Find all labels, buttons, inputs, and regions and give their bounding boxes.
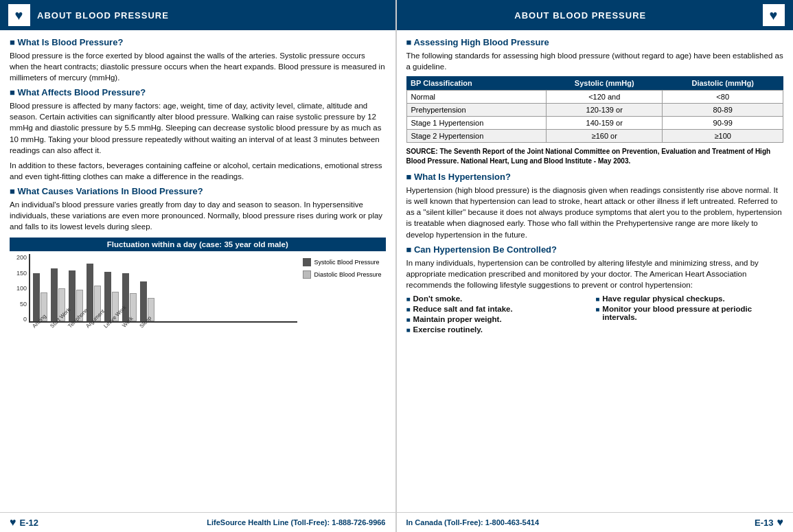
section-hypertension: What Is Hypertension? Hypertension (high…: [406, 172, 784, 240]
section-variations-bp: What Causes Variations In Blood Pressure…: [10, 186, 386, 232]
chart-title: Fluctuation within a day (case: 35 year …: [10, 238, 386, 251]
heart-glyph-right: ♥: [770, 8, 779, 23]
table-header-systolic: Systolic (mmHg): [547, 76, 663, 91]
body-assessing-bp-intro: The following standards for assessing hi…: [406, 50, 784, 72]
bullet-item: Maintain proper weight.: [406, 315, 595, 323]
legend-label-systolic: Systolic Blood Pressure: [314, 259, 379, 266]
section-title-variations-bp: What Causes Variations In Blood Pressure…: [10, 186, 386, 196]
table-cell-r3-c1: ≥160 or: [547, 130, 663, 143]
section-title-controlled: Can Hypertension Be Controlled?: [406, 244, 784, 255]
left-footer-phone: LifeSource Health Line (Toll-Free): 1-88…: [207, 518, 385, 527]
bullet-item: Have regular physical checkups.: [595, 294, 783, 303]
legend-box-diastolic: [303, 270, 311, 279]
heart-glyph: ♥: [15, 8, 24, 23]
heart-footer-right: ♥: [777, 516, 784, 529]
right-footer: In Canada (Toll-Free): 1-800-463-5414 E-…: [397, 512, 794, 532]
heart-icon-left: ♥: [8, 4, 30, 26]
bullet-item: Don't smoke.: [406, 294, 595, 303]
y-label-150: 150: [16, 270, 27, 277]
bullet-item: Exercise routinely.: [406, 325, 595, 334]
right-content: Assessing High Blood Pressure The follow…: [397, 30, 794, 512]
bar-systolic: [69, 270, 76, 321]
legend-systolic: Systolic Blood Pressure: [303, 258, 381, 266]
right-header: ABOUT BLOOD PRESSURE ♥: [397, 0, 794, 30]
table-cell-r2-c0: Stage 1 Hypertension: [406, 117, 547, 130]
table-cell-r0-c2: <80: [663, 91, 783, 104]
table-cell-r2-c1: 140-159 or: [547, 117, 663, 130]
heart-footer-left: ♥: [10, 516, 16, 529]
legend-label-diastolic: Diastolic Blood Pressure: [314, 271, 381, 278]
body-what-affects-bp-2: In addition to these factors, beverages …: [10, 160, 386, 182]
section-title-what-is-bp: What Is Blood Pressure?: [10, 37, 386, 47]
y-label-200: 200: [16, 254, 27, 261]
legend-diastolic: Diastolic Blood Pressure: [303, 270, 381, 279]
table-cell-r0-c1: <120 and: [547, 91, 663, 104]
table-cell-r0-c0: Normal: [406, 91, 547, 104]
bullets-col2: Have regular physical checkups.Monitor y…: [595, 294, 783, 334]
legend-box-systolic: [303, 258, 311, 266]
right-header-title: ABOUT BLOOD PRESSURE: [405, 10, 757, 21]
section-assessing-bp: Assessing High Blood Pressure The follow…: [406, 37, 784, 72]
body-controlled: In many individuals, hypertension can be…: [406, 257, 784, 290]
bar-systolic: [104, 272, 111, 321]
y-label-50: 50: [20, 301, 27, 308]
section-what-affects-bp: What Affects Blood Pressure? Blood press…: [10, 87, 386, 182]
page-right: ABOUT BLOOD PRESSURE ♥ Assessing High Bl…: [397, 0, 794, 532]
body-what-is-bp: Blood pressure is the force exerted by b…: [10, 50, 386, 83]
body-variations-bp: An individual's blood pressure varies gr…: [10, 199, 386, 232]
y-label-100: 100: [16, 285, 27, 292]
chart-section: Fluctuation within a day (case: 35 year …: [10, 238, 386, 351]
body-what-affects-bp: Blood pressure is affected by many facto…: [10, 100, 386, 155]
bullets-col1: Don't smoke.Reduce salt and fat intake.M…: [406, 294, 595, 334]
source-text: SOURCE: The Seventh Report of the Joint …: [406, 147, 784, 166]
section-title-hypertension: What Is Hypertension?: [406, 172, 784, 182]
left-header-title: ABOUT BLOOD PRESSURE: [37, 10, 169, 21]
left-header: ♥ ABOUT BLOOD PRESSURE: [0, 0, 395, 30]
right-footer-phone: In Canada (Toll-Free): 1-800-463-5414: [406, 518, 540, 527]
left-page-label: E-12: [20, 518, 38, 528]
bullet-item: Reduce salt and fat intake.: [406, 305, 595, 313]
right-page-num: E-13 ♥: [755, 516, 783, 529]
left-page-num: ♥ E-12: [10, 516, 38, 529]
table-header-classification: BP Classification: [406, 76, 547, 91]
section-title-assessing-bp: Assessing High Blood Pressure: [406, 37, 784, 47]
table-cell-r2-c2: 90-99: [663, 117, 783, 130]
heart-icon-right: ♥: [763, 4, 785, 26]
bullet-item: Monitor your blood pressure at periodic …: [595, 305, 783, 321]
left-footer: ♥ E-12 LifeSource Health Line (Toll-Free…: [0, 512, 395, 532]
right-page-label: E-13: [755, 518, 773, 528]
table-cell-r3-c2: ≥100: [663, 130, 783, 143]
body-hypertension: Hypertension (high blood pressure) is th…: [406, 185, 784, 240]
table-header-diastolic: Diastolic (mmHg): [663, 76, 783, 91]
table-cell-r1-c0: Prehypertension: [406, 104, 547, 117]
left-content: What Is Blood Pressure? Blood pressure i…: [0, 30, 395, 512]
section-controlled: Can Hypertension Be Controlled? In many …: [406, 244, 784, 290]
section-title-what-affects-bp: What Affects Blood Pressure?: [10, 87, 386, 97]
section-what-is-bp: What Is Blood Pressure? Blood pressure i…: [10, 37, 386, 83]
page-left: ♥ ABOUT BLOOD PRESSURE What Is Blood Pre…: [0, 0, 397, 532]
table-cell-r1-c1: 120-139 or: [547, 104, 663, 117]
bullets-container: Don't smoke.Reduce salt and fat intake.M…: [406, 294, 784, 334]
bp-table: BP Classification Systolic (mmHg) Diasto…: [406, 76, 784, 143]
bar-systolic: [51, 268, 58, 321]
y-label-0: 0: [23, 316, 27, 323]
table-cell-r1-c2: 80-89: [663, 104, 783, 117]
table-cell-r3-c0: Stage 2 Hypertension: [406, 130, 547, 143]
